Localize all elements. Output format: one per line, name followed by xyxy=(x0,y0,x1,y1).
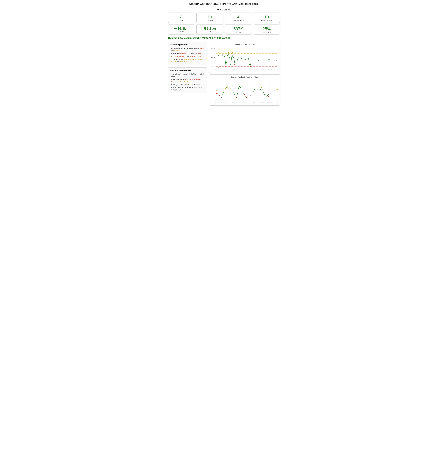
svg-text:Jul 2022: Jul 2022 xyxy=(260,102,264,103)
svg-point-57 xyxy=(253,91,254,92)
metric-export-countries: 10 Export Countries xyxy=(253,12,280,23)
monthly-bullet-2: Notable dips below ₦200M occurred in Jan… xyxy=(170,53,205,57)
metric-companies: 10 Companies xyxy=(196,12,223,23)
svg-text:₦ 200M: ₦ 200M xyxy=(211,66,215,67)
svg-point-23 xyxy=(232,52,233,53)
profit-bullet-2: Margins tend to be below the overall ave… xyxy=(170,78,205,83)
svg-text:Jul 2023: Jul 2023 xyxy=(275,68,278,70)
metric-products: 8 Products xyxy=(168,12,195,23)
time-series-title: TIME SERIES ANALYSIS: EXPORT VALUE AND P… xyxy=(168,37,280,40)
svg-text:Jul 2022: Jul 2022 xyxy=(260,68,264,70)
page-title: NIGERIA AGRICULTURAL EXPORTS ANALYSIS (2… xyxy=(168,3,280,7)
svg-point-46 xyxy=(219,95,220,96)
svg-text:₦ 500M: ₦ 500M xyxy=(216,52,219,53)
svg-point-56 xyxy=(250,95,251,96)
svg-point-45 xyxy=(216,93,217,94)
profit-margin-bullets: Quarterly profit margins typically follo… xyxy=(170,73,205,91)
profit-bullet-3: In 2021, the pattern deviated – profit m… xyxy=(170,84,205,91)
metric-profit-margin-label: Avg. Profit Margin xyxy=(254,31,279,33)
metric-companies-label: Companies xyxy=(198,20,222,21)
svg-text:Jan 2020: Jan 2020 xyxy=(215,68,219,70)
svg-point-53 xyxy=(238,85,239,86)
monthly-bullet-1: Export values typically fluctuated betwe… xyxy=(170,47,205,52)
monthly-export-bullets: Export values typically fluctuated betwe… xyxy=(170,47,205,63)
metrics-row-2: ₦ 16.3bn Revenue ₦ 3.3bn Profit 537K Uni… xyxy=(168,24,280,35)
metric-products-label: Products xyxy=(169,20,194,21)
metric-export-countries-label: Export Countries xyxy=(254,20,279,21)
svg-text:Jan 2023: Jan 2023 xyxy=(267,102,272,103)
monthly-export-chart-title: Monthly Export Value over Time xyxy=(211,43,278,45)
svg-text:Jan 2021: Jan 2021 xyxy=(232,102,237,103)
ts-left-panel: Monthly Export Value: Export values typi… xyxy=(168,42,207,105)
profit-margin-heading: Profit Margin Seasonality: xyxy=(170,69,205,72)
metric-companies-value: 10 xyxy=(198,15,222,19)
svg-point-52 xyxy=(227,86,228,88)
monthly-export-svg: ₦ 600M ₦ 400M ₦ 200M ₦ 500M ₦ 200M xyxy=(211,46,278,71)
svg-text:Jul 2021: Jul 2021 xyxy=(242,102,246,103)
metric-profit-margin-value: 25% xyxy=(254,27,279,31)
svg-point-18 xyxy=(225,66,226,67)
svg-point-47 xyxy=(236,97,237,98)
metric-profit-value: ₦ 3.3bn xyxy=(198,27,222,30)
monthly-bullet-3: There were surges exceeding ₦500M in Mar… xyxy=(170,58,205,63)
svg-text:Jul 2020: Jul 2020 xyxy=(223,102,227,103)
svg-point-21 xyxy=(227,52,229,53)
metrics-row-1: 8 Products 10 Companies 4 Destination Po… xyxy=(168,12,280,23)
svg-text:Jan 2021: Jan 2021 xyxy=(232,68,237,70)
svg-text:₦ 400M: ₦ 400M xyxy=(211,57,215,58)
metric-units-sold: 537K Units Sold xyxy=(225,24,252,35)
metric-revenue-value: ₦ 16.3bn xyxy=(169,27,194,30)
svg-text:25%: 25% xyxy=(216,90,218,91)
metric-profit-label: Profit xyxy=(198,31,222,32)
metric-products-value: 8 xyxy=(169,15,194,19)
monthly-export-text: Monthly Export Value: Export values typi… xyxy=(168,42,207,65)
svg-text:₦ 200M: ₦ 200M xyxy=(216,67,219,68)
metric-units-sold-label: Units Sold xyxy=(226,31,250,33)
monthly-export-chart-container: Monthly Export Value over Time ₦ 600M ₦ … xyxy=(209,42,280,73)
metric-profit: ₦ 3.3bn Profit xyxy=(196,24,223,35)
metric-profit-margin: 25% Avg. Profit Margin xyxy=(253,24,280,35)
profit-margin-text: Profit Margin Seasonality: Quarterly pro… xyxy=(168,67,207,93)
svg-text:Jan 2022: Jan 2022 xyxy=(251,68,255,70)
quarterly-profit-chart-container: Quarterly Avg Profit Margin over Time 25… xyxy=(209,74,280,106)
quarterly-profit-svg: 25% xyxy=(211,79,278,104)
metric-export-countries-value: 10 xyxy=(254,15,279,19)
metric-revenue-label: Revenue xyxy=(169,31,194,32)
svg-text:Jan 2023: Jan 2023 xyxy=(267,68,272,70)
svg-text:Jul 2021: Jul 2021 xyxy=(242,68,246,70)
metric-dest-ports-value: 4 xyxy=(226,15,250,19)
svg-point-51 xyxy=(225,88,226,89)
svg-text:Jul 2020: Jul 2020 xyxy=(223,68,227,70)
metric-dest-ports: 4 Destination Ports xyxy=(225,12,252,23)
svg-text:Jan 2022: Jan 2022 xyxy=(251,102,255,103)
svg-text:₦ 600M: ₦ 600M xyxy=(211,48,215,50)
profit-bullet-1: Quarterly profit margins typically follo… xyxy=(170,73,205,78)
svg-point-20 xyxy=(250,66,251,67)
svg-point-48 xyxy=(244,94,245,95)
metric-dest-ports-label: Destination Ports xyxy=(226,20,250,21)
svg-point-55 xyxy=(277,89,277,90)
svg-text:Jan 2020: Jan 2020 xyxy=(215,102,219,103)
svg-point-54 xyxy=(261,87,262,88)
quarterly-profit-chart-title: Quarterly Avg Profit Margin over Time xyxy=(211,76,278,78)
ts-right-panel: Monthly Export Value over Time ₦ 600M ₦ … xyxy=(209,42,280,105)
metric-units-sold-value: 537K xyxy=(226,27,250,31)
svg-point-19 xyxy=(234,64,235,65)
svg-text:Jul 2023: Jul 2023 xyxy=(275,102,278,103)
monthly-export-heading: Monthly Export Value: xyxy=(170,43,205,46)
svg-point-49 xyxy=(246,97,247,98)
key-metrics-label: KEY METRICS xyxy=(168,9,280,11)
time-series-body: Monthly Export Value: Export values typi… xyxy=(168,42,280,105)
metric-revenue: ₦ 16.3bn Revenue xyxy=(168,24,195,35)
svg-point-50 xyxy=(268,96,269,97)
